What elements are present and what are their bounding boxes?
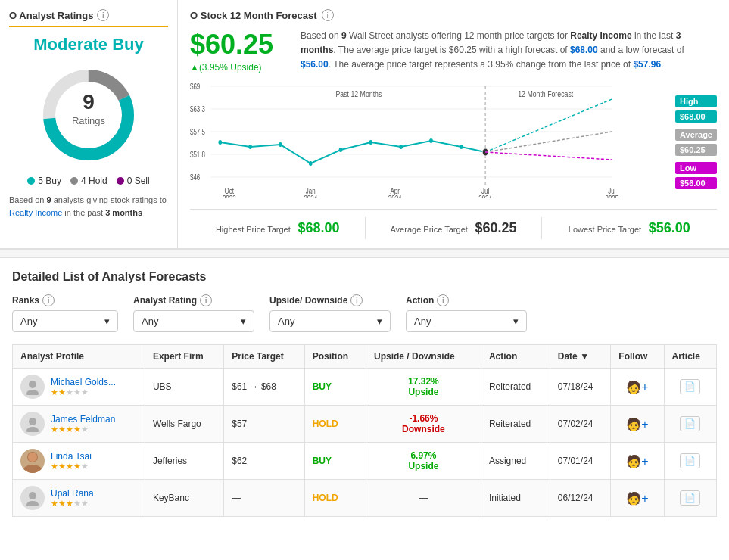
follow-button[interactable]: 🧑+ (626, 491, 648, 506)
svg-text:2024: 2024 (478, 194, 492, 198)
avatar (20, 486, 45, 510)
forecast-info-icon[interactable]: i (322, 9, 334, 21)
article-button[interactable]: 📄 (680, 490, 700, 506)
company-link[interactable]: Realty Income (9, 208, 62, 217)
follow-cell: 🧑+ (611, 480, 664, 517)
current-price: $60.25 (190, 29, 288, 61)
position: BUY (304, 369, 366, 406)
action-select[interactable]: Any ▾ (406, 310, 527, 332)
col-price-target: Price Target (224, 345, 304, 369)
position: HOLD (304, 480, 366, 517)
upside-downside-filter: Upside/ Downside i Any ▾ (269, 294, 391, 332)
follow-button[interactable]: 🧑+ (626, 454, 648, 468)
analyst-name-link[interactable]: Linda Tsai (51, 451, 92, 462)
donut-chart: 9 Ratings (9, 62, 168, 168)
analyst-name-link[interactable]: Michael Golds... (51, 377, 116, 387)
highest-price-target: Highest Price Target $68.00 (190, 217, 366, 239)
article-cell: 📄 (664, 480, 716, 517)
action-filter: Action i Any ▾ (406, 294, 527, 332)
follow-button[interactable]: 🧑+ (626, 380, 648, 394)
analyst-name-link[interactable]: Upal Rana (51, 488, 94, 499)
col-action: Action (481, 345, 550, 369)
upside-downside: 17.32%Upside (366, 369, 481, 406)
filters-row: Ranks i Any ▾ Analyst Rating i Any ▾ (12, 294, 717, 332)
follow-button[interactable]: 🧑+ (626, 417, 648, 431)
analyst-profile-cell: Michael Golds... ★★★★★ (13, 369, 145, 406)
article-cell: 📄 (664, 443, 716, 480)
table-row: Upal Rana ★★★★★ KeyBanc — HOLD — Initiat… (13, 480, 717, 517)
svg-point-49 (26, 501, 39, 506)
table-header-row: Analyst Profile Expert Firm Price Target… (13, 345, 717, 369)
analyst-rating-info-icon[interactable]: i (200, 294, 212, 306)
analyst-profile-cell: James Feldman ★★★★★ (13, 406, 145, 443)
lowest-price-target: Lowest Price Target $56.00 (542, 217, 717, 239)
article-button[interactable]: 📄 (680, 453, 700, 468)
analyst-rating-label: Analyst Rating i (133, 294, 254, 306)
ranks-select[interactable]: Any ▾ (12, 310, 118, 332)
avatar (20, 449, 45, 473)
svg-point-24 (399, 145, 403, 149)
chevron-down-icon: ▾ (241, 316, 246, 327)
col-article: Article (664, 345, 716, 369)
action-info-icon[interactable]: i (437, 294, 449, 306)
upside-downside: — (366, 480, 481, 517)
col-expert-firm: Expert Firm (145, 345, 223, 369)
svg-point-21 (309, 161, 313, 166)
col-analyst-profile: Analyst Profile (13, 345, 145, 369)
svg-text:2024: 2024 (304, 194, 317, 198)
high-forecast-value: $68.00 (675, 110, 717, 123)
analyst-rating-select[interactable]: Any ▾ (133, 310, 254, 332)
svg-text:9: 9 (83, 90, 95, 114)
svg-point-19 (248, 145, 252, 149)
analysts-note: Based on 9 analysts giving stock ratings… (9, 194, 168, 219)
forecast-panel: O Stock 12 Month Forecast i $60.25 ▲(3.9… (178, 0, 729, 248)
svg-text:$63.3: $63.3 (190, 105, 205, 114)
table-row: Linda Tsai ★★★★★ Jefferies $62 BUY 6.97%… (13, 443, 717, 480)
price-target-bar: Highest Price Target $68.00 Average Pric… (190, 209, 717, 239)
article-button[interactable]: 📄 (680, 379, 700, 394)
ranks-info-icon[interactable]: i (42, 294, 55, 306)
high-forecast-label: High (675, 95, 717, 107)
svg-line-30 (485, 152, 612, 160)
action: Reiterated (481, 406, 550, 443)
svg-text:$46: $46 (190, 173, 200, 182)
upside-downside-info-icon[interactable]: i (350, 294, 363, 306)
article-button[interactable]: 📄 (680, 416, 700, 431)
price-target: — (224, 480, 304, 517)
article-cell: 📄 (664, 369, 716, 406)
upside-downside: -1.66%Downside (366, 406, 481, 443)
position: BUY (304, 443, 366, 480)
svg-text:Past 12 Months: Past 12 Months (336, 89, 382, 98)
sell-legend: 0 Sell (117, 176, 150, 186)
forecast-description: Based on 9 Wall Street analysts offering… (301, 29, 717, 73)
price-target: $57 (224, 406, 304, 443)
chevron-down-icon: ▾ (377, 316, 382, 327)
analyst-ratings-info-icon[interactable]: i (97, 9, 109, 21)
expert-firm: Wells Fargo (145, 406, 223, 443)
avatar (20, 412, 45, 436)
bottom-section: Detailed List of Analyst Forecasts Ranks… (0, 258, 729, 529)
price-target: $62 (224, 443, 304, 480)
hold-dot (70, 177, 78, 185)
forecast-header: O Stock 12 Month Forecast i (190, 9, 717, 21)
col-upside-downside: Upside / Downside (366, 345, 481, 369)
analyst-rating-filter: Analyst Rating i Any ▾ (133, 294, 254, 332)
table-row: James Feldman ★★★★★ Wells Fargo $57 HOLD… (13, 406, 717, 443)
analyst-profile-cell: Linda Tsai ★★★★★ (13, 443, 145, 480)
svg-text:$51.8: $51.8 (190, 151, 205, 159)
follow-cell: 🧑+ (611, 443, 664, 480)
svg-point-26 (460, 145, 463, 149)
upside-downside-label: Upside/ Downside i (269, 294, 391, 306)
article-cell: 📄 (664, 406, 716, 443)
avg-forecast-value: $60.25 (675, 144, 717, 156)
section-divider (0, 249, 729, 258)
svg-text:2023: 2023 (223, 194, 236, 198)
analyst-stars: ★★★★★ (51, 499, 94, 509)
upside-downside-select[interactable]: Any ▾ (269, 310, 391, 332)
date: 07/01/24 (550, 443, 611, 480)
date: 07/02/24 (550, 406, 611, 443)
low-forecast-value: $56.00 (675, 177, 717, 189)
svg-point-23 (369, 140, 372, 145)
analyst-name-link[interactable]: James Feldman (51, 414, 115, 425)
action: Assigned (481, 443, 550, 480)
